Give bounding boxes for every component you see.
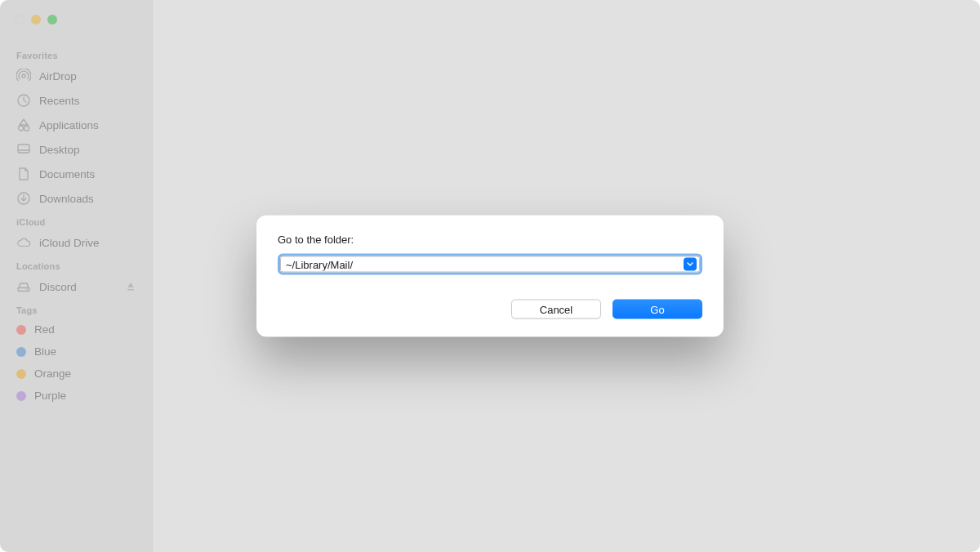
path-field-container (278, 254, 702, 275)
go-button[interactable]: Go (612, 300, 702, 319)
go-to-folder-dialog: Go to the folder: Cancel Go (256, 216, 724, 337)
go-to-folder-label: Go to the folder: (278, 234, 702, 246)
finder-window: untitled folder 2 (0, 0, 980, 552)
path-history-dropdown[interactable] (684, 258, 697, 271)
path-input[interactable] (280, 256, 700, 273)
modal-button-row: Cancel Go (278, 300, 702, 319)
cancel-button[interactable]: Cancel (511, 300, 601, 319)
